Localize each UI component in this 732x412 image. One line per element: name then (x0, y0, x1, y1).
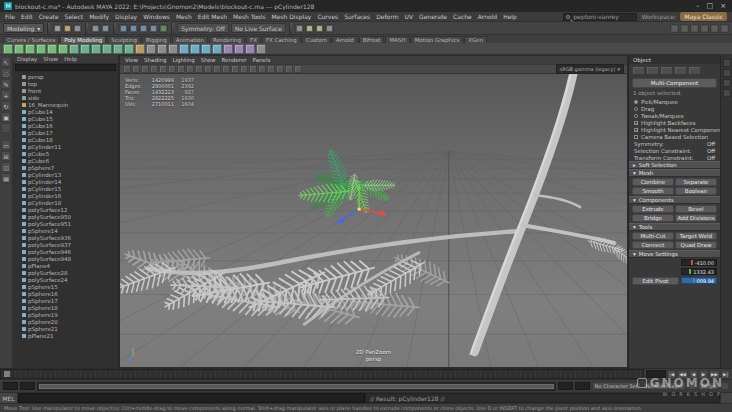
playback-start-field[interactable] (20, 382, 35, 390)
outliner-item[interactable]: pCube15 (13, 115, 118, 122)
viewport-toolbar-icon[interactable] (186, 65, 194, 73)
viewport-toolbar-icon[interactable] (177, 65, 185, 73)
tool-command-button[interactable]: Multi-Cut (632, 232, 674, 240)
component-mode-icon[interactable] (660, 66, 673, 75)
render-icon[interactable] (295, 24, 304, 33)
tool-command-button[interactable]: Connect (632, 241, 674, 249)
viewport-menu-item[interactable]: View (125, 57, 138, 63)
playback-button[interactable]: ▶ (699, 370, 708, 379)
snap-icon[interactable] (159, 24, 168, 33)
range-bar[interactable] (39, 384, 554, 389)
outliner-item[interactable]: pCylinder14 (13, 178, 118, 185)
component-command-button[interactable]: Bevel (675, 205, 717, 213)
shelf-tab[interactable]: Custom (302, 36, 331, 43)
outliner-item[interactable]: pCylinder16 (13, 192, 118, 199)
snap-icon[interactable] (139, 24, 148, 33)
constraint-row[interactable]: Symmetry: Off (629, 140, 720, 147)
menu-item[interactable]: Edit (21, 13, 33, 20)
outliner-item[interactable]: pCylinder15 (13, 185, 118, 192)
menu-item[interactable]: Curves (317, 13, 338, 20)
shelf-tool-icon[interactable] (223, 44, 233, 54)
statusline-icon[interactable] (91, 24, 100, 33)
shelf-tool-icon[interactable] (201, 44, 211, 54)
viewport-toolbar-icon[interactable] (285, 65, 293, 73)
menu-item[interactable]: UV (405, 13, 414, 20)
pick-option[interactable]: Tweak/Marquee (629, 112, 720, 119)
outliner-item[interactable]: pSphere20 (13, 318, 118, 325)
outliner-item[interactable]: pSphere18 (13, 304, 118, 311)
render-icon[interactable] (315, 24, 324, 33)
shelf-tab[interactable]: Arnold (332, 36, 358, 43)
viewport-toolbar-icon[interactable] (222, 65, 230, 73)
mesh-command-button[interactable]: Smooth (632, 187, 674, 195)
current-frame-field[interactable] (646, 370, 666, 378)
multi-component-button[interactable]: Multi-Component (632, 78, 717, 88)
viewport-toolbar-icon[interactable] (294, 65, 302, 73)
render-icon[interactable] (305, 24, 314, 33)
viewport-toolbar-icon[interactable] (258, 65, 266, 73)
tool-icon[interactable] (1, 123, 11, 133)
component-command-button[interactable]: Bridge (632, 214, 674, 222)
outliner-item[interactable]: pCube5 (13, 150, 118, 157)
animation-start-field[interactable] (3, 382, 18, 390)
menu-item[interactable]: Help (503, 13, 517, 20)
shelf-tab[interactable]: Animation (172, 36, 208, 43)
menu-item[interactable]: Cache (453, 13, 472, 20)
menu-item[interactable]: File (5, 13, 15, 20)
section-move-settings[interactable]: ▾ Move Settings (629, 250, 720, 258)
shelf-tool-icon[interactable] (36, 44, 46, 54)
constraint-row[interactable]: Selection Constraint: Off (629, 147, 720, 154)
shelf-tab[interactable]: Sculpting (107, 36, 141, 43)
shelf-tab[interactable]: MASH (385, 36, 409, 43)
shelf-tab[interactable]: Motion Graphics (411, 36, 464, 43)
menu-item[interactable]: Mesh Tools (233, 13, 265, 20)
playback-button[interactable]: ◀◀ (677, 370, 688, 379)
component-command-button[interactable]: Extrude (632, 205, 674, 213)
outliner-item[interactable]: top (13, 80, 118, 87)
sidebar-tab-icon[interactable] (723, 69, 731, 77)
range-track[interactable] (37, 382, 556, 391)
layout-button[interactable]: ⊞ (1, 151, 11, 161)
viewport-toolbar-icon[interactable] (141, 65, 149, 73)
sidebar-toggle-icon[interactable] (720, 24, 729, 33)
shelf-tab[interactable]: FX (246, 36, 261, 43)
layout-button[interactable]: ▤ (1, 173, 11, 183)
outliner-item[interactable]: pSphere17 (13, 297, 118, 304)
outliner-item[interactable]: pCylinder18 (13, 199, 118, 206)
sidebar-tab-icon[interactable] (723, 89, 731, 97)
component-mode-icon[interactable] (646, 66, 659, 75)
playback-button[interactable]: ▶| (721, 370, 730, 379)
playback-button[interactable]: ◀ (689, 370, 698, 379)
mesh-command-button[interactable]: Separate (675, 178, 717, 186)
viewport-toolbar-icon[interactable] (276, 65, 284, 73)
shelf-tab[interactable]: Poly Modeling (60, 36, 106, 43)
edit-pivot-button[interactable]: Edit Pivot (632, 277, 679, 285)
menu-item[interactable]: Deform (376, 13, 398, 20)
menu-item[interactable]: Select (65, 13, 84, 20)
snap-icon[interactable] (149, 24, 158, 33)
outliner-item[interactable]: pSphere16 (13, 290, 118, 297)
shelf-tool-icon[interactable] (234, 44, 244, 54)
viewport-toolbar-icon[interactable] (204, 65, 212, 73)
shelf-tab[interactable]: FX Caching (262, 36, 301, 43)
section-components[interactable]: ▾ Components (629, 196, 720, 204)
viewport-toolbar-icon[interactable] (195, 65, 203, 73)
search-input[interactable]: peptoni-vanrey (563, 13, 637, 21)
outliner-item[interactable]: pCube17 (13, 129, 118, 136)
outliner-item[interactable]: pCube18 (13, 136, 118, 143)
component-command-button[interactable]: Add Divisions (675, 214, 717, 222)
shelf-tool-icon[interactable] (14, 44, 24, 54)
viewport-canvas[interactable]: Verts: 1420999 1937 Edges: 2800001 2392 … (120, 74, 627, 367)
viewport-toolbar-icon[interactable] (123, 65, 131, 73)
viewport-menu-item[interactable]: Show (201, 57, 216, 63)
render-icon[interactable] (325, 24, 334, 33)
current-frame-marker[interactable] (4, 371, 10, 377)
shelf-tool-icon[interactable] (135, 44, 145, 54)
outliner-item[interactable]: persp (13, 73, 118, 80)
viewport-toolbar-icon[interactable] (267, 65, 275, 73)
component-mode-icon[interactable] (688, 66, 701, 75)
menu-item[interactable]: Arnold (478, 13, 497, 20)
constraint-row[interactable]: Transform Constraint: Off (629, 154, 720, 161)
outliner-menu-item[interactable]: Display (17, 56, 37, 62)
menu-item[interactable]: Modify (89, 13, 109, 20)
